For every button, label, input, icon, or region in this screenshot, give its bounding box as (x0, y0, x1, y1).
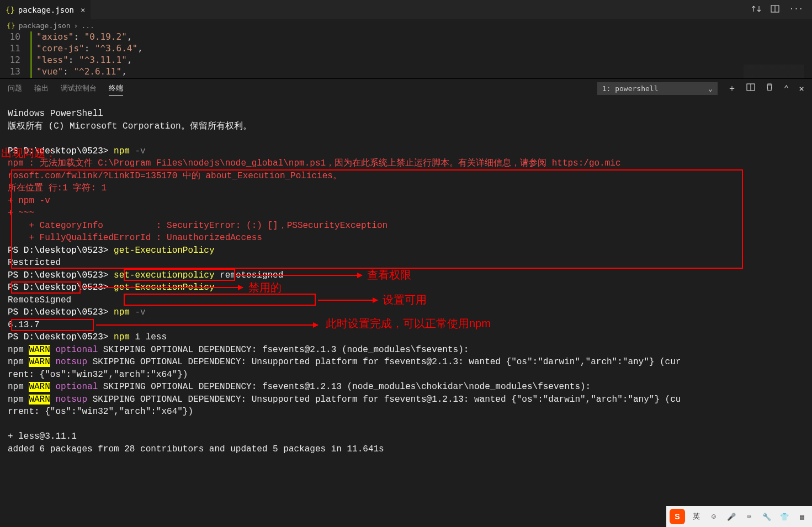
minimap[interactable] (744, 65, 804, 78)
editor-tab-bar: {} package.json × ··· (0, 0, 812, 19)
mic-icon[interactable]: 🎤 (725, 510, 738, 523)
line-number: 12 (0, 55, 30, 66)
editor-actions: ··· (752, 4, 812, 15)
tool-icon[interactable]: 🔧 (760, 510, 773, 523)
code-line[interactable]: 10"axios": "0.19.2", (0, 31, 812, 43)
split-terminal-icon[interactable] (746, 83, 755, 94)
emoji-icon[interactable]: ☺ (707, 510, 720, 523)
breadcrumb[interactable]: {} package.json › ... (0, 19, 812, 31)
breadcrumb-file: package.json (19, 22, 71, 30)
more-actions-icon[interactable]: ··· (789, 4, 803, 15)
keyboard-icon[interactable]: ⌨ (742, 510, 756, 523)
breadcrumb-rest: ... (81, 22, 94, 30)
kill-terminal-icon[interactable] (765, 83, 774, 94)
skin-icon[interactable]: 👕 (778, 510, 791, 523)
line-number: 11 (0, 43, 30, 55)
breadcrumb-sep: › (74, 22, 78, 30)
line-number: 13 (0, 66, 30, 78)
code-editor[interactable]: 10"axios": "0.19.2",11"core-js": "^3.6.4… (0, 31, 812, 78)
json-file-icon: {} (6, 6, 15, 14)
terminal-content[interactable]: Windows PowerShell 版权所有 (C) Microsoft Co… (0, 98, 812, 495)
code-line[interactable]: 13"vue": "^2.6.11", (0, 66, 812, 78)
maximize-panel-icon[interactable]: ⌃ (784, 83, 789, 94)
sogou-ime-icon[interactable]: S (670, 509, 685, 524)
code-line[interactable]: 11"core-js": "^3.6.4", (0, 43, 812, 55)
json-file-icon: {} (7, 22, 15, 30)
close-tab-icon[interactable]: × (81, 6, 85, 14)
ime-lang-indicator[interactable]: 英 (689, 510, 703, 523)
terminal-selector-label: 1: powershell (602, 84, 659, 93)
compare-icon[interactable] (752, 4, 761, 15)
line-number: 10 (0, 31, 30, 43)
chevron-down-icon: ⌄ (708, 84, 713, 93)
grid-icon[interactable]: ▦ (795, 510, 809, 523)
editor-tab-package-json[interactable]: {} package.json × (0, 0, 91, 19)
windows-taskbar-tray: S 英 ☺ 🎤 ⌨ 🔧 👕 ▦ (666, 506, 812, 527)
terminal-selector[interactable]: 1: powershell ⌄ (597, 82, 718, 95)
code-line[interactable]: 12"less": "^3.11.1", (0, 55, 812, 66)
new-terminal-icon[interactable]: ＋ (728, 83, 736, 94)
tab-problems[interactable]: 问题 (8, 81, 22, 95)
panel-header: 问题 输出 调试控制台 终端 1: powershell ⌄ ＋ ⌃ × (0, 78, 812, 98)
tab-debug-console[interactable]: 调试控制台 (61, 81, 97, 95)
split-editor-icon[interactable] (771, 4, 779, 15)
tab-output[interactable]: 输出 (34, 81, 49, 95)
close-panel-icon[interactable]: × (799, 83, 804, 94)
tab-terminal[interactable]: 终端 (109, 81, 123, 96)
tab-title: package.json (18, 6, 74, 14)
